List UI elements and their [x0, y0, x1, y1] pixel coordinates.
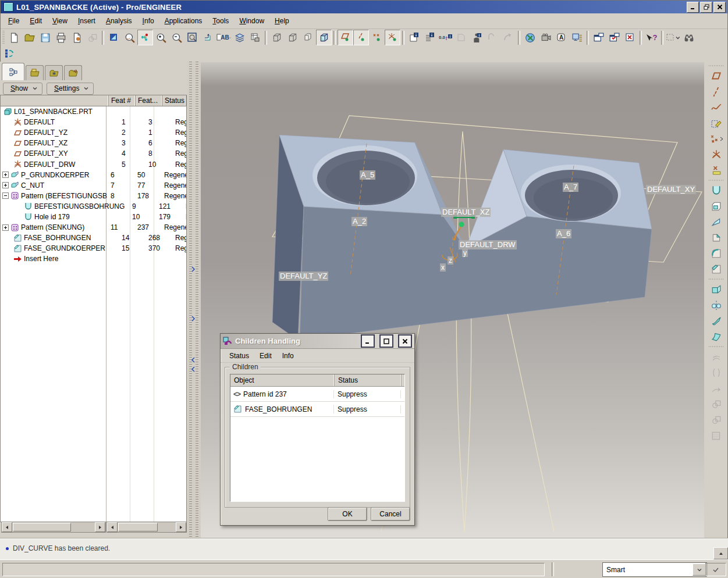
panel-splitter[interactable] [187, 62, 201, 538]
tree-row[interactable]: FASE_BOHRUNGEN 14268Regenerated [1, 233, 186, 243]
axis-label-a5[interactable]: A_5 [360, 170, 375, 180]
datum-plane-display-button[interactable] [338, 30, 353, 45]
axis-label-a6[interactable]: A_6 [556, 229, 571, 238]
datum-label-yz[interactable]: DEFAULT_YZ [279, 272, 328, 281]
tree-col-feattype[interactable]: Feat... [136, 95, 162, 106]
datum-label-drw[interactable]: DEFAULT_DRW [459, 240, 517, 249]
tree-row[interactable]: FASE_GRUNDKOERPER 15370Regenerated [1, 243, 186, 254]
refit-button[interactable] [200, 30, 216, 45]
shell-tool-button[interactable] [708, 198, 725, 214]
print-button[interactable] [53, 30, 69, 45]
menu-file[interactable]: File [3, 15, 24, 27]
new-window-button[interactable] [591, 30, 606, 45]
tree-col-featnum[interactable]: Feat # [109, 95, 136, 106]
tree-row[interactable]: C_NUT 777Regenerated [1, 180, 186, 191]
dialog-minimize-button[interactable] [361, 334, 375, 348]
expand-toggle[interactable] [2, 172, 9, 178]
datum-label-xy[interactable]: DEFAULT_XY [646, 185, 696, 194]
datum-point-tool-button[interactable] [708, 131, 725, 147]
save-button[interactable] [37, 30, 53, 45]
tree-row[interactable]: L01_SPANNBACKE.PRT [1, 106, 186, 117]
zoom-out-button[interactable] [169, 30, 184, 45]
zoom-in-button[interactable] [153, 30, 169, 45]
feature-info-button[interactable] [422, 30, 438, 45]
dialog-close-button[interactable] [398, 334, 412, 348]
menu-edit[interactable]: Edit [24, 15, 47, 27]
context-help-button[interactable]: ? [644, 30, 659, 45]
collapse-chevron-icon[interactable] [191, 316, 196, 322]
collapse-chevron-icon[interactable] [191, 266, 196, 272]
scroll-right-button[interactable] [95, 522, 105, 532]
toolbar-grip[interactable] [2, 31, 5, 45]
selection-filter-dropdown-button[interactable] [693, 563, 706, 576]
tree-row[interactable]: DEFAULT_XZ 36Regenerated [1, 138, 186, 148]
tree-row[interactable]: DEFAULT_YZ 21Regenerated [1, 127, 186, 138]
annotation-button[interactable]: A [553, 30, 569, 45]
zoom-window-button[interactable] [184, 30, 200, 45]
round-tool-button[interactable] [708, 245, 725, 261]
datum-curve-tool-button[interactable] [708, 99, 725, 115]
blend-tool-button[interactable] [708, 329, 725, 344]
tree-row[interactable]: DEFAULT_DRW 510Regenerated [1, 159, 186, 169]
model-info-button[interactable] [406, 30, 422, 45]
relations-info-button[interactable] [469, 30, 485, 45]
menu-window[interactable]: Window [234, 15, 269, 27]
collapse-toggle[interactable] [2, 192, 9, 199]
dialog-menu-edit[interactable]: Edit [254, 351, 277, 361]
analysis-tool-button[interactable] [708, 162, 725, 178]
datum-label-xz[interactable]: DEFAULT_XZ [441, 208, 491, 217]
menu-view[interactable]: View [47, 15, 73, 27]
view-manager-button[interactable] [247, 30, 263, 45]
datum-plane-tool-button[interactable] [708, 68, 725, 84]
collapse-chevron-icon[interactable] [191, 366, 196, 372]
wireframe-button[interactable] [269, 30, 285, 45]
hidden-line-button[interactable] [285, 30, 300, 45]
datum-axis-tool-button[interactable] [708, 84, 725, 99]
csys-display-button[interactable] [385, 30, 400, 45]
splitter-grip[interactable] [196, 62, 198, 538]
close-button[interactable] [713, 2, 726, 13]
point-display-button[interactable] [369, 30, 385, 45]
scroll-left-button[interactable] [107, 522, 118, 532]
scroll-thumb[interactable] [13, 523, 71, 531]
tab-folder-browser[interactable] [26, 65, 44, 80]
draft-tool-button[interactable] [708, 214, 725, 230]
dialog-title-bar[interactable]: Children Handling [221, 334, 414, 349]
menu-help[interactable]: Help [269, 15, 294, 27]
child-status[interactable]: Suppress [334, 390, 401, 398]
collapse-chevron-icon[interactable] [191, 357, 196, 363]
tree-row-insert-here[interactable]: Insert Here [1, 254, 186, 264]
sketch-tool-button[interactable] [708, 115, 725, 131]
dialog-menu-info[interactable]: Info [277, 351, 299, 361]
axis-label-a7[interactable]: A_7 [563, 183, 578, 192]
chamfer-tool-button[interactable] [708, 261, 725, 277]
show-menu-button[interactable]: Show [3, 83, 42, 95]
scroll-left-button[interactable] [2, 522, 12, 532]
children-row[interactable]: <>Pattern id 237 Suppress [230, 387, 404, 402]
web-browser-button[interactable] [522, 30, 538, 45]
orientation-button[interactable] [122, 30, 137, 45]
dialog-maximize-button[interactable] [379, 334, 393, 348]
new-file-button[interactable] [6, 30, 22, 45]
col-status[interactable]: Status [335, 374, 402, 386]
tree-row[interactable]: Pattern (SENKUNG) 11237Regenerated [1, 222, 186, 233]
render-button[interactable] [538, 30, 553, 45]
model-player-button[interactable] [569, 30, 585, 45]
open-file-button[interactable] [22, 30, 37, 45]
activate-window-button[interactable] [606, 30, 622, 45]
dimension-info-button[interactable]: 0.0 [438, 30, 453, 45]
child-status[interactable]: Suppress [334, 405, 401, 413]
dialog-menu-status[interactable]: Status [224, 351, 254, 361]
tree-col-status[interactable]: Status [162, 95, 186, 106]
selection-filter-button[interactable] [665, 30, 681, 45]
tab-connections[interactable] [64, 65, 82, 80]
expand-toggle[interactable] [2, 182, 9, 188]
children-row[interactable]: FASE_BOHRUNGEN Suppress [230, 402, 404, 417]
columns-hscrollbar[interactable] [106, 522, 187, 533]
tree-row[interactable]: BEFESTIGUNGSBOHRUNG 9121Regenerated [1, 201, 186, 212]
ok-button[interactable]: OK [328, 507, 367, 521]
shaded-button[interactable] [316, 30, 332, 45]
tree-hscrollbar[interactable] [1, 522, 106, 533]
message-scroll-up-button[interactable] [713, 547, 728, 559]
menu-analysis[interactable]: Analysis [101, 15, 137, 27]
